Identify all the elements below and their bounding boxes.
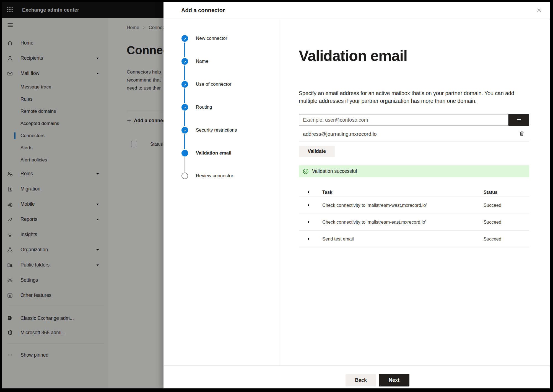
step-description-line: Specify an email address for an active m…	[299, 89, 514, 97]
step-check-icon	[181, 58, 188, 65]
step-connector-line	[184, 134, 185, 149]
task-cell: Send test email	[322, 236, 354, 242]
step-description-line: multiple addresses if your partner organ…	[299, 97, 514, 105]
table-row: Check connectivity to 'mailstream-west.m…	[299, 197, 529, 213]
added-email-address: address@journaling.mxrecord.io	[303, 131, 377, 137]
wizard-step-name[interactable]: Name	[163, 58, 279, 65]
expand-row-chevron-icon[interactable]	[307, 220, 311, 224]
task-cell: Check connectivity to 'mailstream-west.m…	[322, 202, 427, 208]
wizard-step-use-of-connector[interactable]: Use of connector	[163, 81, 279, 88]
status-cell: Succeed	[484, 202, 501, 208]
expand-row-chevron-icon[interactable]	[307, 237, 311, 241]
step-upcoming-dot	[181, 173, 188, 179]
wizard-step-new-connector[interactable]: New connector	[163, 35, 279, 42]
task-column-header: Task	[322, 190, 332, 195]
chevron-right-icon[interactable]	[307, 190, 311, 194]
wizard-step-validation-email[interactable]: Validation email	[163, 150, 279, 156]
email-address-input[interactable]	[299, 114, 508, 126]
divider	[299, 141, 529, 142]
banner-text: Validation successful	[312, 168, 357, 174]
step-description: Specify an email address for an active m…	[299, 89, 514, 105]
wizard-step-routing[interactable]: Routing	[163, 104, 279, 111]
step-check-icon	[181, 127, 188, 134]
wizard-content: Validation email Specify an email addres…	[299, 19, 529, 365]
status-column-header: Status	[484, 190, 497, 195]
step-check-icon	[181, 35, 188, 42]
table-row: Send test email Succeed	[299, 231, 529, 247]
validate-button[interactable]: Validate	[299, 146, 335, 157]
step-heading: Validation email	[299, 47, 407, 64]
next-button[interactable]: Next	[379, 374, 409, 386]
success-check-icon	[303, 168, 309, 174]
wizard-steps-nav: New connector Name Use of connector Rout…	[163, 19, 279, 365]
task-cell: Check connectivity to 'mailstream-east.m…	[322, 219, 426, 224]
table-row: Check connectivity to 'mailstream-east.m…	[299, 213, 529, 231]
step-connector-line	[184, 88, 185, 103]
expand-row-chevron-icon[interactable]	[307, 203, 311, 207]
footer-divider	[163, 365, 550, 366]
step-connector-line	[184, 43, 185, 57]
app-window: Exchange admin center Home Recipients Ma…	[2, 2, 550, 388]
status-cell: Succeed	[484, 219, 501, 224]
wizard-step-security-restrictions[interactable]: Security restrictions	[163, 127, 279, 134]
status-cell: Succeed	[484, 236, 501, 242]
plus-icon	[516, 116, 522, 124]
close-icon	[536, 8, 542, 14]
panel-title: Add a connector	[181, 7, 225, 14]
panel-header: Add a connector	[163, 2, 550, 19]
trash-icon	[518, 130, 525, 137]
back-button[interactable]: Back	[346, 374, 376, 386]
step-check-icon	[181, 104, 188, 111]
close-button[interactable]	[534, 6, 544, 15]
wizard-step-review-connector[interactable]: Review connector	[163, 173, 279, 179]
tasks-table-header: Task Status	[299, 187, 529, 197]
step-check-icon	[181, 81, 188, 88]
step-connector-line	[184, 66, 185, 80]
add-email-button[interactable]	[508, 114, 529, 126]
step-connector-line	[184, 111, 185, 126]
validation-success-banner: Validation successful	[299, 165, 529, 177]
step-current-dot	[181, 150, 188, 156]
step-connector-line	[185, 157, 185, 172]
delete-address-button[interactable]	[518, 130, 525, 137]
panel-body: New connector Name Use of connector Rout…	[163, 19, 550, 365]
add-connector-panel: Add a connector New connector	[163, 2, 550, 388]
